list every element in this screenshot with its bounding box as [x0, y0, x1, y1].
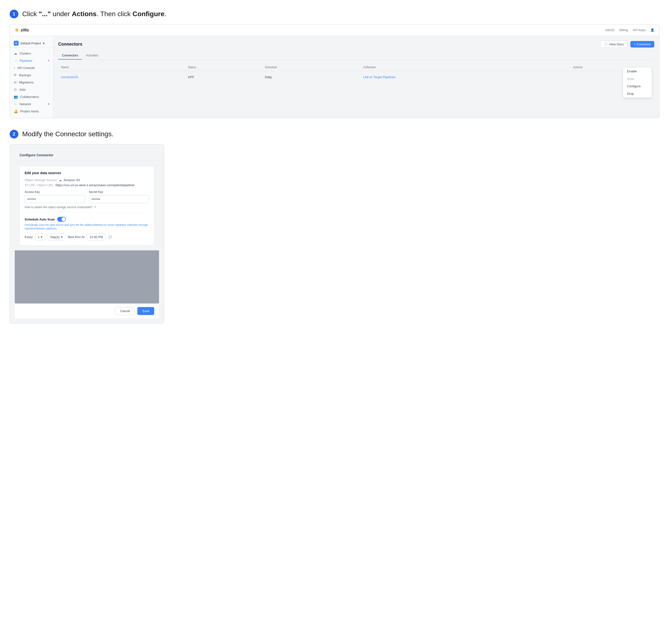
project-alerts-icon: 🔔: [14, 109, 18, 113]
api-console-icon: ›: [14, 66, 15, 70]
actions-dropdown: Enable Scan Configure Drop: [623, 67, 652, 98]
every-label: Every: [25, 235, 32, 239]
card-section-title: Edit your data sources: [25, 171, 149, 175]
sidebar-item-label: Migrations: [19, 80, 33, 84]
network-icon: ↔: [14, 102, 17, 106]
configure-card: Edit your data sources Object Storage Se…: [19, 166, 154, 246]
top-nav: ✳ zilliz zilliz01 Billing API Keys 👤: [10, 24, 659, 36]
chevron-down-icon: ▾: [41, 235, 42, 239]
connector-status: OFF: [185, 71, 262, 83]
sidebar-item-label: Network: [19, 102, 31, 106]
pipelines-chevron: ▾: [48, 59, 49, 62]
sidebar-item-project-alerts[interactable]: 🔔 Project Alerts: [10, 107, 53, 115]
logo-text: zilliz: [21, 28, 29, 32]
sidebar-item-clusters[interactable]: ☁ Clusters: [10, 50, 53, 57]
sidebar-project[interactable]: D Default Project ▾: [10, 39, 53, 48]
schedule-label: Schedule Auto Scan: [25, 218, 55, 221]
sidebar-item-collaborators[interactable]: 👥 Collaborators: [10, 93, 53, 100]
col-collection: Collection: [360, 64, 570, 71]
step2-header: 2 Modify the Connector settings.: [10, 130, 659, 138]
nav-account[interactable]: zilliz01: [605, 28, 615, 32]
every-value-select[interactable]: 1 ▾: [35, 233, 45, 240]
nav-api-keys[interactable]: API Keys: [633, 28, 645, 32]
schedule-section: Schedule Auto Scan Periodically scan the…: [25, 217, 149, 240]
uri-value: https://xxx.s3.us-west-2.amazonaws.com/q…: [56, 183, 134, 187]
storage-value: Amazon S3: [64, 178, 80, 182]
logo-icon: ✳: [15, 27, 19, 33]
schedule-inputs: Every 1 ▾ Day(s) ▾ Next Run At 12:00 PM …: [25, 233, 149, 240]
project-icon: D: [14, 41, 18, 46]
doc-icon: 📄: [604, 42, 608, 46]
tab-connectors[interactable]: Connectors: [58, 52, 82, 60]
col-schedule: Schedule: [262, 64, 360, 71]
day-chevron-icon: ▾: [61, 235, 63, 239]
view-docs-button[interactable]: 📄 View Docs: [600, 41, 627, 48]
step2-title: Modify the Connector settings.: [22, 130, 113, 138]
secret-key-input[interactable]: [89, 195, 149, 203]
connector-collection[interactable]: Link to Target Pipelines: [360, 71, 570, 83]
app-screenshot-1: ✳ zilliz zilliz01 Billing API Keys 👤 D D…: [10, 24, 659, 118]
sidebar-item-network[interactable]: ↔ Network ▾: [10, 100, 53, 107]
col-name: Name: [58, 64, 185, 71]
network-chevron: ▾: [48, 103, 49, 106]
sidebar-item-label: API Console: [17, 66, 35, 70]
configure-title: Configure Connector: [19, 153, 53, 157]
tab-activities[interactable]: Activities: [82, 52, 102, 60]
logo: ✳ zilliz: [15, 27, 29, 33]
uri-label: S3 URI / Object URL: [25, 183, 54, 187]
sidebar-item-label: Collaborators: [20, 95, 39, 99]
sidebar-item-api-console[interactable]: › API Console: [10, 64, 53, 71]
clusters-icon: ☁: [14, 52, 17, 55]
s3-icon: ☁: [59, 178, 62, 182]
jobs-icon: ◷: [14, 88, 17, 91]
storage-service-row: Object Storage Service ☁ Amazon S3: [25, 178, 149, 182]
clock-icon: 🕐: [108, 235, 112, 239]
sidebar-item-backups[interactable]: ⟳ Backups: [10, 71, 53, 79]
configure-body: Edit your data sources Object Storage Se…: [15, 161, 159, 250]
sidebar-item-label: Clusters: [19, 52, 31, 55]
nav-user-icon[interactable]: 👤: [651, 28, 654, 32]
sidebar-item-label: Backups: [19, 73, 31, 77]
save-button[interactable]: Save: [137, 307, 154, 315]
secret-key-label: Secret Key: [89, 190, 149, 194]
content-area: Connectors 📄 View Docs + Connector Conne…: [53, 36, 659, 118]
access-key-input[interactable]: [25, 195, 85, 203]
col-status: Status: [185, 64, 262, 71]
dropdown-enable[interactable]: Enable: [623, 68, 652, 75]
help-link[interactable]: How to obtain the object storage service…: [25, 205, 149, 209]
sidebar-item-label: Pipelines: [19, 59, 32, 62]
project-chevron: ▾: [43, 42, 45, 45]
step1-title: Click "..." under Actions. Then click Co…: [22, 10, 166, 18]
sidebar: D Default Project ▾ ☁ Clusters → Pipelin…: [10, 36, 53, 118]
add-connector-button[interactable]: + Connector: [630, 41, 654, 47]
sidebar-item-label: Project Alerts: [20, 109, 39, 113]
tabs: Connectors Activities: [58, 52, 654, 60]
step1-header: 1 Click "..." under Actions. Then click …: [10, 10, 659, 18]
day-select[interactable]: Day(s) ▾: [47, 233, 65, 240]
sidebar-item-migrations[interactable]: ⇄ Migrations: [10, 79, 53, 86]
dropdown-configure[interactable]: Configure: [623, 83, 652, 90]
pipelines-icon: →: [14, 59, 17, 62]
next-run-time[interactable]: 12:00 PM: [87, 233, 106, 240]
nav-billing[interactable]: Billing: [620, 28, 628, 32]
configure-modal-wrapper: Configure Connector Edit your data sourc…: [10, 144, 164, 323]
schedule-row: Schedule Auto Scan: [25, 217, 149, 222]
header-actions: 📄 View Docs + Connector: [600, 41, 654, 48]
schedule-toggle[interactable]: [57, 217, 66, 222]
dropdown-drop[interactable]: Drop: [623, 90, 652, 98]
project-label: Default Project: [20, 42, 41, 45]
sidebar-item-pipelines[interactable]: → Pipelines ▾: [10, 57, 53, 64]
content-header: Connectors 📄 View Docs + Connector: [58, 41, 654, 48]
sidebar-item-label: Jobs: [19, 88, 26, 91]
cancel-button[interactable]: Cancel: [115, 307, 135, 315]
schedule-desc: Periodically scan the data source and sy…: [25, 223, 149, 231]
nav-right: zilliz01 Billing API Keys 👤: [605, 28, 654, 32]
backups-icon: ⟳: [14, 73, 17, 77]
access-key-group: Access Key: [25, 190, 85, 203]
sidebar-item-jobs[interactable]: ◷ Jobs: [10, 86, 53, 93]
connector-name[interactable]: connector01: [58, 71, 185, 83]
collaborators-icon: 👥: [14, 95, 18, 99]
external-link-icon: ↗: [94, 205, 96, 209]
credentials-grid: Access Key Secret Key: [25, 190, 149, 203]
configure-footer: Cancel Save: [15, 304, 159, 318]
